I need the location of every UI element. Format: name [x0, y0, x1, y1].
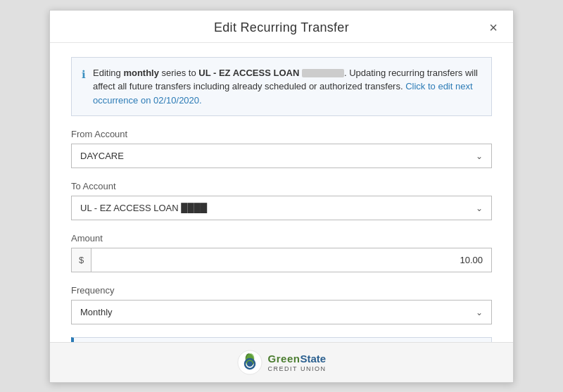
footer-logo-brand: GreenState: [268, 352, 327, 365]
to-account-select[interactable]: UL - EZ ACCESS LOAN ████: [72, 196, 491, 220]
from-account-label: From Account: [71, 129, 492, 139]
info-banner: ℹ Editing monthly series to UL - EZ ACCE…: [71, 57, 492, 117]
modal-footer: GreenState Credit Union: [50, 342, 513, 382]
frequency-group: Frequency Monthly Weekly Bi-Weekly Semi-…: [71, 285, 492, 324]
to-account-label: To Account: [71, 181, 492, 191]
modal-header: Edit Recurring Transfer ×: [50, 11, 513, 43]
amount-prefix: $: [72, 248, 91, 272]
to-account-group: To Account UL - EZ ACCESS LOAN ████ ⌄: [71, 181, 492, 220]
frequency-select[interactable]: Monthly Weekly Bi-Weekly Semi-Monthly Qu…: [72, 301, 491, 324]
masked-account-number: [302, 69, 344, 77]
close-button[interactable]: ×: [485, 19, 502, 36]
info-text-prefix: Editing: [93, 68, 123, 78]
frequency-select-wrapper: Monthly Weekly Bi-Weekly Semi-Monthly Qu…: [71, 300, 492, 324]
footer-state-text: State: [300, 353, 326, 365]
from-account-select-wrapper: DAYCARE ⌄: [71, 144, 492, 168]
info-text-middle: series to: [159, 68, 198, 78]
modal-body: ℹ Editing monthly series to UL - EZ ACCE…: [50, 43, 513, 342]
footer-logo-text: GreenState Credit Union: [268, 352, 327, 373]
info-account-bold: UL - EZ ACCESS LOAN: [198, 68, 299, 78]
greenstate-logo-icon: [237, 350, 262, 375]
to-account-select-wrapper: UL - EZ ACCESS LOAN ████ ⌄: [71, 196, 492, 220]
amount-label: Amount: [71, 233, 492, 244]
info-banner-text: Editing monthly series to UL - EZ ACCESS…: [93, 66, 481, 108]
footer-logo: GreenState Credit Union: [237, 350, 327, 375]
from-account-group: From Account DAYCARE ⌄: [71, 129, 492, 168]
modal-overlay: Edit Recurring Transfer × ℹ Editing mont…: [0, 0, 563, 392]
svg-point-4: [247, 361, 253, 367]
edit-recurring-transfer-modal: Edit Recurring Transfer × ℹ Editing mont…: [49, 10, 514, 383]
info-icon: ℹ: [82, 67, 86, 108]
amount-group: Amount $: [71, 233, 492, 272]
info-frequency-bold: monthly: [123, 68, 159, 78]
amount-wrapper: $: [71, 248, 492, 272]
frequency-label: Frequency: [71, 285, 492, 296]
from-account-select[interactable]: DAYCARE: [72, 144, 491, 167]
amount-input[interactable]: [91, 248, 491, 272]
footer-credit-union-text: Credit Union: [268, 365, 327, 373]
modal-title: Edit Recurring Transfer: [214, 20, 349, 35]
footer-green-text: Green: [268, 353, 301, 365]
